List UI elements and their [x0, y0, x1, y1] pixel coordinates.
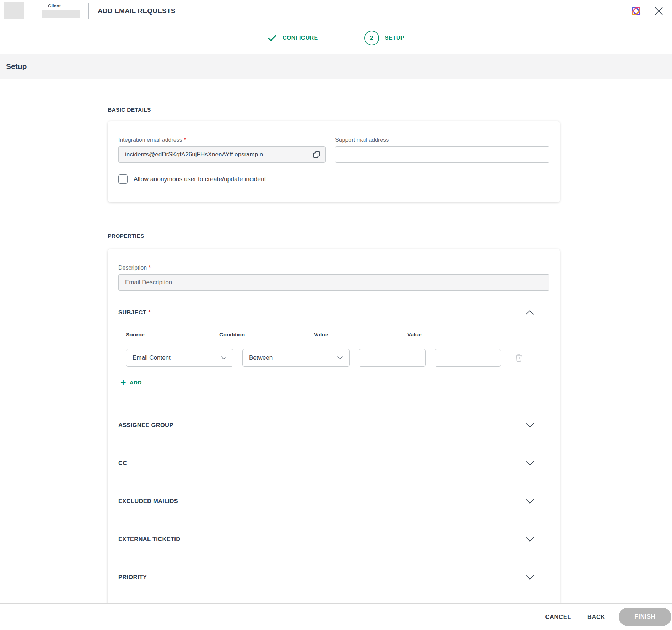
- support-email-input[interactable]: [335, 147, 545, 162]
- add-condition-button[interactable]: + ADD: [120, 379, 142, 386]
- page-title-band: Setup: [0, 54, 672, 79]
- client-label: Client: [48, 3, 61, 9]
- chevron-down-icon: [525, 499, 534, 504]
- value1-input[interactable]: [359, 349, 426, 367]
- integration-email-field: Integration email address*: [118, 137, 326, 163]
- setup-content: BASIC DETAILS Integration email address*: [0, 107, 672, 623]
- stepper-connector: [333, 38, 349, 38]
- step-setup-label: SETUP: [385, 35, 404, 41]
- properties-title: PROPERTIES: [108, 233, 672, 239]
- support-email-label: Support mail address: [335, 137, 549, 143]
- close-icon[interactable]: [654, 6, 663, 16]
- copy-icon[interactable]: [312, 150, 321, 159]
- plus-icon: +: [120, 379, 126, 386]
- section-assignee-group[interactable]: ASSIGNEE GROUP: [118, 417, 549, 433]
- condition-columns: Source Condition Value Value: [118, 332, 549, 338]
- description-field: Description*: [118, 265, 549, 291]
- chevron-down-icon: [525, 575, 534, 580]
- chevron-up-icon[interactable]: [525, 310, 534, 315]
- anonymous-user-label: Allow anonymous user to create/update in…: [134, 176, 266, 183]
- subject-conditions-table: Source Condition Value Value Email Conte…: [118, 332, 549, 386]
- app-atom-icon: [630, 5, 642, 17]
- section-external-ticketid[interactable]: EXTERNAL TICKETID: [118, 531, 549, 547]
- collapsed-sections: ASSIGNEE GROUP CC EXCLUDED MAILIDS: [118, 417, 549, 585]
- support-email-field: Support mail address: [335, 137, 549, 163]
- step-setup-number: 2: [364, 31, 379, 45]
- subject-section-header: SUBJECT*: [118, 309, 549, 316]
- chevron-down-icon: [525, 423, 534, 427]
- column-condition: Condition: [219, 332, 314, 338]
- required-asterisk: *: [148, 309, 151, 316]
- source-select-value: Email Content: [133, 354, 171, 361]
- basic-details-card: Integration email address*: [108, 121, 560, 202]
- section-priority[interactable]: PRIORITY: [118, 569, 549, 585]
- delete-row-icon[interactable]: [515, 354, 523, 362]
- dialog-title: ADD EMAIL REQUESTS: [98, 7, 176, 15]
- stepper: CONFIGURE 2 SETUP: [0, 22, 672, 54]
- integration-email-label: Integration email address*: [118, 137, 326, 143]
- chevron-down-icon: [221, 356, 227, 360]
- description-label: Description*: [118, 265, 549, 271]
- step-configure[interactable]: CONFIGURE: [268, 34, 318, 42]
- properties-card: Description* SUBJECT* Source: [108, 249, 560, 605]
- section-cc[interactable]: CC: [118, 455, 549, 471]
- client-name-placeholder: [42, 10, 80, 18]
- value2-input[interactable]: [435, 349, 501, 367]
- table-divider: [118, 343, 549, 343]
- source-select[interactable]: Email Content: [126, 349, 233, 367]
- column-source: Source: [126, 332, 219, 338]
- cancel-button[interactable]: CANCEL: [545, 614, 571, 620]
- basic-details-title: BASIC DETAILS: [108, 107, 672, 113]
- description-input[interactable]: [119, 275, 545, 290]
- step-configure-label: CONFIGURE: [283, 35, 318, 41]
- page-title: Setup: [6, 62, 27, 71]
- integration-email-input[interactable]: [119, 147, 312, 162]
- back-button[interactable]: BACK: [587, 614, 605, 620]
- chevron-down-icon: [525, 537, 534, 542]
- dialog-footer: CANCEL BACK FINISH: [0, 603, 672, 630]
- condition-select-value: Between: [249, 354, 273, 361]
- chevron-down-icon: [525, 461, 534, 465]
- check-icon: [268, 34, 277, 42]
- client-block: Client: [42, 3, 80, 18]
- dialog-header: Client ADD EMAIL REQUESTS: [0, 0, 672, 22]
- step-setup[interactable]: 2 SETUP: [364, 31, 404, 45]
- header-divider: [88, 3, 89, 19]
- required-asterisk: *: [149, 265, 151, 271]
- anonymous-user-row: Allow anonymous user to create/update in…: [118, 174, 549, 184]
- logo-placeholder: [4, 2, 24, 19]
- column-value-2: Value: [407, 332, 549, 338]
- chevron-down-icon: [337, 356, 343, 360]
- finish-button[interactable]: FINISH: [619, 608, 671, 626]
- section-excluded-mailids[interactable]: EXCLUDED MAILIDS: [118, 493, 549, 509]
- condition-row: Email Content Between: [118, 349, 549, 367]
- header-actions: [630, 5, 663, 17]
- condition-select[interactable]: Between: [242, 349, 350, 367]
- anonymous-user-checkbox[interactable]: [118, 174, 128, 184]
- column-value-1: Value: [314, 332, 407, 338]
- header-divider: [33, 3, 33, 19]
- required-asterisk: *: [184, 137, 186, 143]
- add-label: ADD: [130, 379, 142, 386]
- add-email-requests-dialog: Client ADD EMAIL REQUESTS: [0, 0, 672, 630]
- subject-section-title: SUBJECT*: [118, 309, 151, 316]
